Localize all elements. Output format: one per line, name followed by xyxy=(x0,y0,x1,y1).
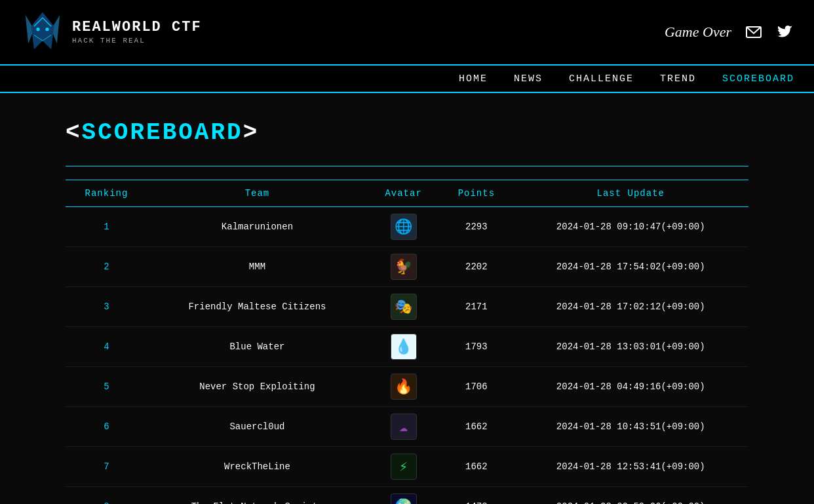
table-row[interactable]: 5 Never Stop Exploiting 🔥 1706 2024-01-2… xyxy=(66,367,748,407)
last-update-cell: 2024-01-28 13:03:01(+09:00) xyxy=(513,327,748,367)
team-cell: WreckTheLine xyxy=(147,447,367,487)
rank-cell: 4 xyxy=(66,327,147,367)
title-divider xyxy=(66,166,748,166)
points-cell: 1662 xyxy=(440,407,513,447)
main-nav: HOME NEWS CHALLENGE TREND SCOREBOARD xyxy=(0,66,814,93)
twitter-icon[interactable] xyxy=(776,23,794,41)
points-cell: 1662 xyxy=(440,447,513,487)
last-update-cell: 2024-01-28 17:54:02(+09:00) xyxy=(513,247,748,287)
table-header-row: Ranking Team Avatar Points Last Update xyxy=(66,180,748,207)
last-update-cell: 2024-01-28 12:53:41(+09:00) xyxy=(513,447,748,487)
svg-point-4 xyxy=(45,28,48,31)
col-last-update: Last Update xyxy=(513,180,748,207)
rank-cell: 1 xyxy=(66,207,147,247)
rank-cell: 6 xyxy=(66,407,147,447)
rank-cell: 2 xyxy=(66,247,147,287)
avatar-icon: 💧 xyxy=(391,334,417,360)
avatar-icon: 🌍 xyxy=(391,494,417,504)
table-row[interactable]: 6 Sauercl0ud ☁ 1662 2024-01-28 10:43:51(… xyxy=(66,407,748,447)
header-right: Game Over xyxy=(665,23,794,41)
col-points: Points xyxy=(440,180,513,207)
rank-cell: 5 xyxy=(66,367,147,407)
avatar-icon: 🔥 xyxy=(391,374,417,400)
svg-point-3 xyxy=(36,28,39,31)
table-row[interactable]: 4 Blue Water 💧 1793 2024-01-28 13:03:01(… xyxy=(66,327,748,367)
avatar-cell: 🎭 xyxy=(367,287,440,327)
avatar-cell: 🌐 xyxy=(367,207,440,247)
table-row[interactable]: 8 The Flat Network Society 🌍 1478 2024-0… xyxy=(66,487,748,505)
avatar-icon: 🌐 xyxy=(391,214,417,240)
page-title: <SCOREBOARD> xyxy=(66,119,748,146)
title-text: SCOREBOARD xyxy=(82,119,243,146)
table-row[interactable]: 2 MMM 🐓 2202 2024-01-28 17:54:02(+09:00) xyxy=(66,247,748,287)
last-update-cell: 2024-01-28 09:59:06(+09:00) xyxy=(513,487,748,505)
avatar-cell: 💧 xyxy=(367,327,440,367)
logo-area: REALWORLD CTF HACK THE REAL xyxy=(20,9,202,55)
main-content: <SCOREBOARD> Ranking Team Avatar Points … xyxy=(0,93,814,504)
col-avatar: Avatar xyxy=(367,180,440,207)
points-cell: 2293 xyxy=(440,207,513,247)
title-close-bracket: > xyxy=(243,119,260,146)
last-update-cell: 2024-01-28 04:49:16(+09:00) xyxy=(513,367,748,407)
game-over-label: Game Over xyxy=(665,24,731,41)
avatar-icon: ⚡ xyxy=(391,454,417,480)
nav-home[interactable]: HOME xyxy=(459,73,488,85)
last-update-cell: 2024-01-28 10:43:51(+09:00) xyxy=(513,407,748,447)
team-cell: Kalmarunionen xyxy=(147,207,367,247)
rank-cell: 7 xyxy=(66,447,147,487)
avatar-cell: 🐓 xyxy=(367,247,440,287)
team-cell: The Flat Network Society xyxy=(147,487,367,505)
avatar-cell: 🌍 xyxy=(367,487,440,505)
last-update-cell: 2024-01-28 17:02:12(+09:00) xyxy=(513,287,748,327)
site-logo xyxy=(20,9,66,55)
nav-scoreboard[interactable]: SCOREBOARD xyxy=(722,73,794,85)
nav-news[interactable]: NEWS xyxy=(514,73,543,85)
avatar-cell: 🔥 xyxy=(367,367,440,407)
points-cell: 1706 xyxy=(440,367,513,407)
avatar-cell: ☁ xyxy=(367,407,440,447)
mail-icon[interactable] xyxy=(745,23,763,41)
avatar-icon: ☁ xyxy=(391,414,417,440)
team-cell: MMM xyxy=(147,247,367,287)
header: REALWORLD CTF HACK THE REAL Game Over xyxy=(0,0,814,66)
points-cell: 1793 xyxy=(440,327,513,367)
team-cell: Blue Water xyxy=(147,327,367,367)
logo-subtitle: HACK THE REAL xyxy=(72,37,202,45)
points-cell: 2202 xyxy=(440,247,513,287)
team-cell: Friendly Maltese Citizens xyxy=(147,287,367,327)
rank-cell: 3 xyxy=(66,287,147,327)
avatar-icon: 🎭 xyxy=(391,294,417,320)
scoreboard-table: Ranking Team Avatar Points Last Update 1… xyxy=(66,180,748,504)
nav-trend[interactable]: TREND xyxy=(660,73,696,85)
team-cell: Never Stop Exploiting xyxy=(147,367,367,407)
col-team: Team xyxy=(147,180,367,207)
avatar-cell: ⚡ xyxy=(367,447,440,487)
nav-challenge[interactable]: CHALLENGE xyxy=(569,73,634,85)
rank-cell: 8 xyxy=(66,487,147,505)
table-row[interactable]: 7 WreckTheLine ⚡ 1662 2024-01-28 12:53:4… xyxy=(66,447,748,487)
avatar-icon: 🐓 xyxy=(391,254,417,280)
points-cell: 2171 xyxy=(440,287,513,327)
logo-title: REALWORLD CTF xyxy=(72,19,202,36)
table-row[interactable]: 3 Friendly Maltese Citizens 🎭 2171 2024-… xyxy=(66,287,748,327)
logo-text: REALWORLD CTF HACK THE REAL xyxy=(72,19,202,45)
team-cell: Sauercl0ud xyxy=(147,407,367,447)
table-row[interactable]: 1 Kalmarunionen 🌐 2293 2024-01-28 09:10:… xyxy=(66,207,748,247)
last-update-cell: 2024-01-28 09:10:47(+09:00) xyxy=(513,207,748,247)
points-cell: 1478 xyxy=(440,487,513,505)
title-open-bracket: < xyxy=(66,119,82,146)
col-ranking: Ranking xyxy=(66,180,147,207)
